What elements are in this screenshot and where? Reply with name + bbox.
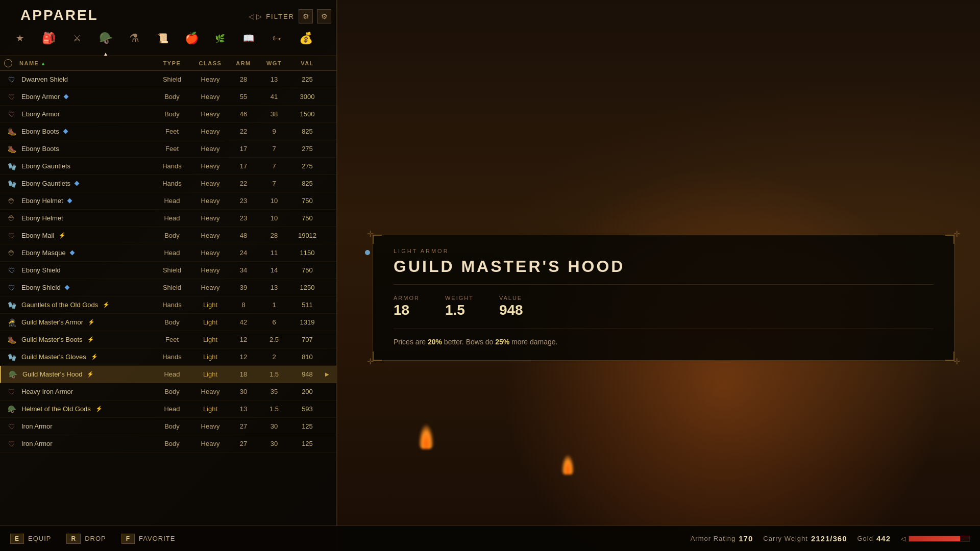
item-row[interactable]: 🪖 Guild Master's Hood⚡ Head Light 18 1.5… [0,366,336,383]
item-val: 707 [289,336,325,343]
item-name: Dwarven Shield [19,76,152,83]
action-favorite[interactable]: F Favorite [121,534,176,544]
item-row[interactable]: 🛡 Ebony Mail⚡ Body Heavy 48 28 19012 [0,227,336,244]
armor-rating-display: Armor Rating 170 [691,534,753,543]
action-label-equip: Equip [28,535,51,542]
item-val: 750 [289,214,325,222]
item-icon: 🪖 [5,370,20,379]
item-icon: 🛡 [4,76,19,84]
light-indicator [365,250,370,255]
item-row[interactable]: 🥾 Ebony Boots Feet Heavy 22 9 825 [0,123,336,140]
item-val: 825 [289,128,325,135]
item-type: Shield [152,266,192,274]
item-name: Ebony Shield [19,266,152,274]
item-icon: 🛡 [4,422,19,431]
action-equip[interactable]: E Equip [10,534,51,544]
detail-subtitle: Light Armor [394,248,934,254]
item-class: Light [192,301,228,309]
sort-indicator: ▲ [40,61,46,66]
item-val: 19012 [289,232,325,239]
category-food[interactable]: 🍎 [179,26,204,51]
item-row[interactable]: ⛑ Ebony Helmet Head Heavy 23 10 750 [0,210,336,227]
key-E: E [10,534,24,544]
armor-rating-value: 170 [739,534,753,543]
item-wgt: 38 [259,110,289,118]
item-val: 3000 [289,93,325,101]
item-type: Head [152,249,192,257]
item-row[interactable]: 🥷 Guild Master's Armor⚡ Body Light 42 6 … [0,314,336,331]
item-row[interactable]: 🛡 Iron Armor Body Heavy 27 30 125 [0,418,336,435]
column-header-val: VAL [289,60,325,66]
item-arm: 22 [228,128,259,135]
item-row[interactable]: 🛡 Ebony Shield Shield Heavy 34 14 750 [0,262,336,279]
item-val: 125 [289,440,325,447]
description-text: more damage. [509,338,557,346]
item-row[interactable]: 🧤 Ebony Gauntlets Hands Heavy 22 7 825 [0,175,336,192]
category-misc[interactable]: 💰 [293,26,318,51]
item-arm: 8 [228,301,259,309]
category-books[interactable]: 📖 [236,26,261,51]
item-icon: 🥾 [4,128,19,136]
item-row[interactable]: 🛡 Dwarven Shield Shield Heavy 28 13 225 [0,71,336,88]
frame-corner-bl: ✛ [367,357,374,366]
category-weapons[interactable]: ⚔ [65,26,89,51]
item-arm: 18 [228,370,259,378]
item-name: Ebony Helmet [19,197,152,205]
item-wgt: 1.5 [259,370,289,378]
item-arm: 42 [228,318,259,326]
torch-flame [419,423,434,449]
stat-armor-value: 18 [394,302,420,318]
category-scrolls[interactable]: 📜 [151,26,175,51]
item-row[interactable]: 🥾 Ebony Boots Feet Heavy 17 7 275 [0,140,336,158]
item-icon: 🥷 [4,318,19,327]
item-row[interactable]: 🪖 Helmet of the Old Gods⚡ Head Light 13 … [0,400,336,418]
category-bag[interactable]: 🎒 [36,26,61,51]
item-row[interactable]: 🛡 Heavy Iron Armor Body Heavy 30 35 200 [0,383,336,400]
corner-decoration-tl [373,235,382,244]
item-val: 511 [289,301,325,309]
item-row[interactable]: 🛡 Ebony Armor Body Heavy 46 38 1500 [0,106,336,123]
detail-panel: ✛ ✛ ✛ ✛ Light Armor GUILD MASTER'S HOOD … [373,235,954,361]
column-header-name[interactable]: NAME ▲ [19,60,152,66]
action-drop[interactable]: R Drop [66,534,106,544]
category-ingredients[interactable]: 🌿 [208,26,232,51]
item-class: Heavy [192,110,228,118]
item-arm: 13 [228,405,259,413]
filter-settings-button[interactable]: ⚙ [317,9,331,23]
item-type: Hands [152,180,192,187]
item-row[interactable]: ⛑ Ebony Helmet Head Heavy 23 10 750 [0,192,336,210]
item-row[interactable]: 🛡 Iron Armor Body Heavy 27 30 125 [0,435,336,453]
item-type: Feet [152,336,192,343]
category-armor[interactable]: 🪖 [93,26,118,51]
item-row[interactable]: 🧤 Ebony Gauntlets Hands Heavy 17 7 275 [0,158,336,175]
item-class: Heavy [192,232,228,239]
item-arm: 12 [228,336,259,343]
item-row[interactable]: 🥾 Guild Master's Boots⚡ Feet Light 12 2.… [0,331,336,348]
filter-icon-button[interactable]: ⚙ [299,9,313,23]
item-list[interactable]: 🛡 Dwarven Shield Shield Heavy 28 13 225 … [0,71,336,551]
item-wgt: 9 [259,128,289,135]
item-name: Ebony Boots [19,128,152,135]
item-class: Heavy [192,197,228,205]
category-potions[interactable]: ⚗ [122,26,146,51]
item-wgt: 2 [259,353,289,361]
item-val: 1250 [289,284,325,291]
item-val: 1150 [289,249,325,257]
item-row[interactable]: 🛡 Ebony Shield Shield Heavy 39 13 1250 [0,279,336,296]
item-arm: 34 [228,266,259,274]
item-class: Heavy [192,388,228,395]
item-row[interactable]: 🧤 Gauntlets of the Old Gods⚡ Hands Light… [0,296,336,314]
health-bar [909,536,970,542]
item-row[interactable]: 🧤 Guild Master's Gloves⚡ Hands Light 12 … [0,348,336,366]
item-arm: 39 [228,284,259,291]
item-row[interactable]: 🛡 Ebony Armor Body Heavy 55 41 3000 [0,88,336,106]
item-name: Ebony Gauntlets [19,180,152,187]
category-favorites[interactable]: ★ [8,26,32,51]
item-name: Ebony Masque [19,249,152,257]
item-type: Feet [152,128,192,135]
item-row[interactable]: ⛑ Ebony Masque Head Heavy 24 11 1150 [0,244,336,262]
category-keys[interactable]: 🗝 [265,26,289,51]
filter-arrows: ◁ ▷ [249,12,262,20]
item-arm: 17 [228,162,259,170]
item-wgt: 6 [259,318,289,326]
